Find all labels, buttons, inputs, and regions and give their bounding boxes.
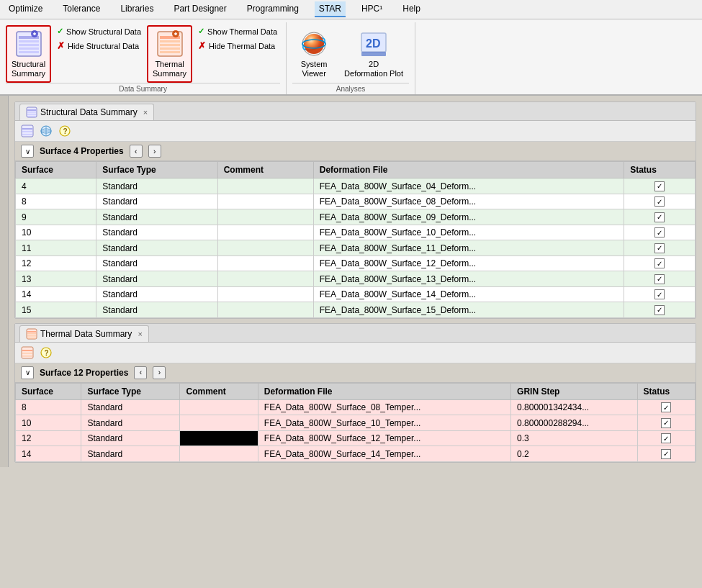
structural-settings-icon[interactable]: [19, 123, 35, 139]
structural-cell-comment: [217, 194, 313, 209]
thermal-collapse-button[interactable]: ∨: [21, 366, 34, 379]
structural-cell-comment: [217, 240, 313, 256]
thermal-data-actions: ✓ Show Thermal Data ✗ Hide Thermal Data: [195, 25, 280, 53]
thermal-next-button[interactable]: ›: [153, 366, 166, 379]
thermal-help-icon[interactable]: ?: [38, 345, 54, 361]
structural-collapse-button[interactable]: ∨: [21, 145, 34, 158]
system-viewer-button[interactable]: SystemViewer: [292, 25, 336, 83]
thermal-surface-header: ∨ Surface 12 Properties ‹ ›: [15, 363, 696, 383]
svg-rect-11: [160, 40, 180, 42]
svg-point-20: [304, 34, 324, 54]
thermal-col-status-header: Status: [637, 383, 695, 399]
hide-structural-button[interactable]: ✗ Hide Structural Data: [54, 39, 144, 53]
svg-rect-5: [19, 51, 39, 53]
svg-rect-44: [27, 338, 36, 339]
structural-cell-status[interactable]: ✓: [624, 178, 696, 194]
structural-cell-status[interactable]: ✓: [624, 225, 696, 240]
menu-optimize[interactable]: Optimize: [4, 1, 47, 17]
thermal-tab[interactable]: Thermal Data Summary ×: [19, 325, 149, 342]
menu-star[interactable]: STAR: [315, 1, 346, 17]
show-structural-icon: ✓: [57, 27, 63, 36]
menu-help[interactable]: Help: [398, 1, 425, 17]
menu-tolerance[interactable]: Tolerance: [58, 1, 104, 17]
hide-thermal-button[interactable]: ✗ Hide Thermal Data: [195, 39, 280, 53]
structural-cell-file: FEA_Data_800W_Surface_10_Deform...: [313, 225, 624, 240]
structural-summary-icon: [14, 30, 43, 58]
structural-cell-file: FEA_Data_800W_Surface_11_Deform...: [313, 240, 624, 256]
menu-programming[interactable]: Programming: [243, 1, 303, 17]
thermal-cell-type: Standard: [81, 399, 180, 415]
structural-cell-status[interactable]: ✓: [624, 302, 696, 318]
thermal-table: Surface Surface Type Comment Deformation…: [15, 383, 696, 462]
left-sidebar: [0, 96, 9, 467]
thermal-tab-close[interactable]: ×: [138, 330, 142, 338]
thermal-settings-icon[interactable]: [19, 345, 35, 361]
structural-table-row: 14StandardFEA_Data_800W_Surface_14_Defor…: [16, 286, 696, 302]
show-structural-button[interactable]: ✓ Show Structural Data: [54, 25, 144, 37]
structural-cell-type: Standard: [96, 271, 217, 287]
structural-cell-status[interactable]: ✓: [624, 271, 696, 287]
structural-cell-status[interactable]: ✓: [624, 255, 696, 271]
structural-cell-status[interactable]: ✓: [624, 240, 696, 256]
structural-summary-button[interactable]: StructuralSummary: [6, 25, 51, 83]
thermal-cell-comment: [180, 415, 258, 431]
structural-next-button[interactable]: ›: [148, 145, 161, 158]
structural-prev-button[interactable]: ‹: [130, 145, 143, 158]
structural-cell-type: Standard: [96, 194, 217, 209]
main-area: Structural Data Summary ×: [0, 96, 702, 579]
menu-hpc[interactable]: HPC¹: [357, 1, 387, 17]
structural-globe-icon[interactable]: [38, 123, 54, 139]
thermal-cell-status[interactable]: ✓: [637, 399, 695, 415]
thermal-table-header: Surface Surface Type Comment Deformation…: [16, 383, 696, 399]
show-thermal-button[interactable]: ✓ Show Thermal Data: [195, 25, 280, 37]
thermal-cell-surface: 8: [16, 399, 81, 415]
thermal-cell-comment: [180, 446, 258, 462]
thermal-summary-button[interactable]: ThermalSummary: [147, 25, 192, 83]
hide-structural-label: Hide Structural Data: [68, 42, 139, 50]
structural-cell-status[interactable]: ✓: [624, 286, 696, 302]
structural-cell-status[interactable]: ✓: [624, 194, 696, 209]
hide-thermal-label: Hide Thermal Data: [209, 42, 275, 50]
svg-rect-46: [22, 350, 32, 351]
structural-tab[interactable]: Structural Data Summary ×: [19, 104, 154, 120]
structural-cell-status[interactable]: ✓: [624, 209, 696, 225]
ribbon-group-data-summary: StructuralSummary ✓ Show Structural Data…: [0, 22, 287, 94]
svg-rect-41: [27, 331, 36, 333]
structural-cell-comment: [217, 302, 313, 318]
svg-rect-47: [22, 353, 32, 354]
structural-table-container: Surface Surface Type Comment Deformation…: [15, 161, 696, 318]
thermal-table-row: 8StandardFEA_Data_800W_Surface_08_Temper…: [16, 399, 696, 415]
structural-tab-label: Structural Data Summary: [40, 107, 138, 117]
thermal-cell-status[interactable]: ✓: [637, 430, 695, 446]
structural-table-row: 12StandardFEA_Data_800W_Surface_12_Defor…: [16, 255, 696, 271]
svg-rect-3: [19, 44, 39, 46]
structural-tab-close[interactable]: ×: [143, 108, 148, 117]
menu-part-designer[interactable]: Part Designer: [169, 1, 230, 17]
structural-cell-surface: 12: [16, 255, 96, 271]
structural-help-icon[interactable]: ?: [57, 123, 73, 139]
2d-deformation-button[interactable]: 2D 2DDeformation Plot: [338, 25, 409, 83]
thermal-cell-status[interactable]: ✓: [637, 415, 695, 431]
thermal-cell-surface: 10: [16, 415, 81, 431]
structural-cell-type: Standard: [96, 240, 217, 256]
col-surface-type-header: Surface Type: [96, 162, 217, 178]
thermal-cell-status[interactable]: ✓: [637, 446, 695, 462]
thermal-prev-button[interactable]: ‹: [134, 366, 147, 379]
structural-cell-surface: 8: [16, 194, 96, 209]
show-thermal-label: Show Thermal Data: [207, 27, 277, 36]
thermal-col-deformation-file-header: Deformation File: [258, 383, 510, 399]
thermal-cell-file: FEA_Data_800W_Surface_12_Temper...: [258, 430, 510, 446]
structural-cell-surface: 13: [16, 271, 96, 287]
ribbon-group-analyses: SystemViewer 2D 2DDeformation Plot Analy…: [287, 22, 415, 94]
thermal-surface-label: Surface 12 Properties: [40, 368, 128, 378]
svg-rect-13: [160, 48, 180, 50]
thermal-cell-file: FEA_Data_800W_Surface_14_Temper...: [258, 446, 510, 462]
thermal-summary-icon: [156, 30, 184, 58]
thermal-cell-surface: 14: [16, 446, 81, 462]
thermal-table-row: 14StandardFEA_Data_800W_Surface_14_Tempe…: [16, 446, 696, 462]
structural-cell-comment: [217, 209, 313, 225]
thermal-table-row: 12StandardFEA_Data_800W_Surface_12_Tempe…: [16, 430, 696, 446]
thermal-cell-grin: 0.800000288294...: [511, 415, 637, 431]
structural-cell-file: FEA_Data_800W_Surface_12_Deform...: [313, 255, 624, 271]
menu-libraries[interactable]: Libraries: [116, 1, 158, 17]
